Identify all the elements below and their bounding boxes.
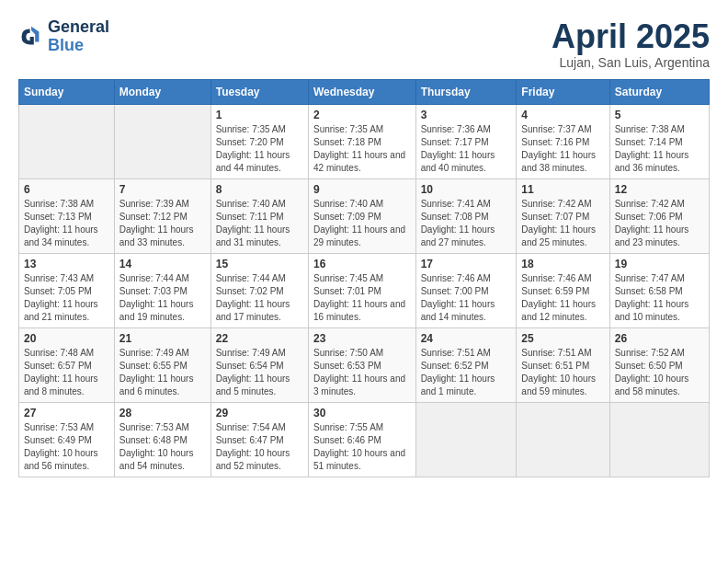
calendar-cell: 30 Sunrise: 7:55 AM Sunset: 6:46 PM Dayl… xyxy=(308,402,415,477)
sunrise-text: Sunrise: 7:42 AM xyxy=(521,198,604,211)
daylight-text: Daylight: 11 hours and 17 minutes. xyxy=(216,298,303,324)
calendar-week-row: 27 Sunrise: 7:53 AM Sunset: 6:49 PM Dayl… xyxy=(19,402,710,477)
day-number: 15 xyxy=(216,258,303,270)
sunset-text: Sunset: 7:16 PM xyxy=(521,136,604,149)
daylight-text: Daylight: 11 hours and 40 minutes. xyxy=(421,149,512,175)
sunset-text: Sunset: 6:59 PM xyxy=(521,285,604,298)
sunrise-text: Sunrise: 7:38 AM xyxy=(24,198,109,211)
calendar-cell xyxy=(517,402,609,477)
logo-icon xyxy=(18,24,44,50)
day-info: Sunrise: 7:52 AM Sunset: 6:50 PM Dayligh… xyxy=(615,347,704,398)
day-number: 10 xyxy=(421,183,512,196)
daylight-text: Daylight: 11 hours and 42 minutes. xyxy=(313,149,411,175)
day-number: 12 xyxy=(615,183,704,196)
sunrise-text: Sunrise: 7:40 AM xyxy=(216,198,303,211)
day-number: 19 xyxy=(615,258,704,270)
day-info: Sunrise: 7:38 AM Sunset: 7:13 PM Dayligh… xyxy=(24,198,109,249)
calendar-cell: 13 Sunrise: 7:43 AM Sunset: 7:05 PM Dayl… xyxy=(19,253,115,327)
sunrise-text: Sunrise: 7:35 AM xyxy=(313,123,411,136)
calendar-cell: 25 Sunrise: 7:51 AM Sunset: 6:51 PM Dayl… xyxy=(517,327,609,402)
sunrise-text: Sunrise: 7:46 AM xyxy=(421,272,512,285)
sunrise-text: Sunrise: 7:42 AM xyxy=(615,198,704,211)
sunrise-text: Sunrise: 7:51 AM xyxy=(521,347,604,360)
weekday-header-cell: Thursday xyxy=(415,79,517,104)
calendar-subtitle: Lujan, San Luis, Argentina xyxy=(552,55,710,70)
sunrise-text: Sunrise: 7:53 AM xyxy=(119,421,206,434)
calendar-cell: 4 Sunrise: 7:37 AM Sunset: 7:16 PM Dayli… xyxy=(517,104,609,178)
day-info: Sunrise: 7:44 AM Sunset: 7:02 PM Dayligh… xyxy=(216,272,303,324)
sunset-text: Sunset: 7:20 PM xyxy=(216,136,303,149)
calendar-cell: 18 Sunrise: 7:46 AM Sunset: 6:59 PM Dayl… xyxy=(517,253,609,327)
day-info: Sunrise: 7:51 AM Sunset: 6:52 PM Dayligh… xyxy=(421,347,512,398)
calendar-cell: 16 Sunrise: 7:45 AM Sunset: 7:01 PM Dayl… xyxy=(308,253,415,327)
sunset-text: Sunset: 7:12 PM xyxy=(119,211,206,224)
sunset-text: Sunset: 6:55 PM xyxy=(119,360,206,373)
logo: General Blue xyxy=(18,18,109,55)
day-number: 6 xyxy=(24,183,109,196)
calendar-cell: 28 Sunrise: 7:53 AM Sunset: 6:48 PM Dayl… xyxy=(114,402,210,477)
sunset-text: Sunset: 7:03 PM xyxy=(119,285,206,298)
calendar-table: SundayMondayTuesdayWednesdayThursdayFrid… xyxy=(18,79,710,477)
day-number: 20 xyxy=(24,332,109,345)
calendar-cell: 5 Sunrise: 7:38 AM Sunset: 7:14 PM Dayli… xyxy=(609,104,709,178)
day-info: Sunrise: 7:37 AM Sunset: 7:16 PM Dayligh… xyxy=(521,123,604,175)
daylight-text: Daylight: 11 hours and 3 minutes. xyxy=(313,373,411,398)
calendar-cell: 12 Sunrise: 7:42 AM Sunset: 7:06 PM Dayl… xyxy=(609,178,709,253)
day-number: 26 xyxy=(615,332,704,345)
calendar-header: SundayMondayTuesdayWednesdayThursdayFrid… xyxy=(19,79,710,104)
weekday-header-cell: Wednesday xyxy=(308,79,415,104)
calendar-cell: 20 Sunrise: 7:48 AM Sunset: 6:57 PM Dayl… xyxy=(19,327,115,402)
daylight-text: Daylight: 11 hours and 31 minutes. xyxy=(216,224,303,249)
daylight-text: Daylight: 11 hours and 1 minute. xyxy=(421,373,512,398)
sunset-text: Sunset: 6:46 PM xyxy=(313,434,411,447)
day-info: Sunrise: 7:50 AM Sunset: 6:53 PM Dayligh… xyxy=(313,347,411,398)
day-number: 21 xyxy=(119,332,206,345)
sunset-text: Sunset: 6:48 PM xyxy=(119,434,206,447)
sunset-text: Sunset: 7:07 PM xyxy=(521,211,604,224)
daylight-text: Daylight: 11 hours and 10 minutes. xyxy=(615,298,704,324)
weekday-header-cell: Friday xyxy=(517,79,609,104)
sunrise-text: Sunrise: 7:46 AM xyxy=(521,272,604,285)
sunrise-text: Sunrise: 7:51 AM xyxy=(421,347,512,360)
daylight-text: Daylight: 11 hours and 6 minutes. xyxy=(119,373,206,398)
daylight-text: Daylight: 10 hours and 54 minutes. xyxy=(119,447,206,473)
calendar-cell: 10 Sunrise: 7:41 AM Sunset: 7:08 PM Dayl… xyxy=(415,178,517,253)
weekday-header-cell: Tuesday xyxy=(210,79,308,104)
sunrise-text: Sunrise: 7:35 AM xyxy=(216,123,303,136)
sunrise-text: Sunrise: 7:44 AM xyxy=(119,272,206,285)
day-number: 2 xyxy=(313,109,411,121)
day-info: Sunrise: 7:53 AM Sunset: 6:49 PM Dayligh… xyxy=(24,421,109,473)
day-number: 13 xyxy=(24,258,109,270)
sunset-text: Sunset: 7:18 PM xyxy=(313,136,411,149)
day-number: 25 xyxy=(521,332,604,345)
daylight-text: Daylight: 10 hours and 51 minutes. xyxy=(313,447,411,473)
day-info: Sunrise: 7:35 AM Sunset: 7:18 PM Dayligh… xyxy=(313,123,411,175)
calendar-cell: 17 Sunrise: 7:46 AM Sunset: 7:00 PM Dayl… xyxy=(415,253,517,327)
day-info: Sunrise: 7:44 AM Sunset: 7:03 PM Dayligh… xyxy=(119,272,206,324)
calendar-cell: 24 Sunrise: 7:51 AM Sunset: 6:52 PM Dayl… xyxy=(415,327,517,402)
day-number: 1 xyxy=(216,109,303,121)
daylight-text: Daylight: 11 hours and 29 minutes. xyxy=(313,224,411,249)
day-info: Sunrise: 7:39 AM Sunset: 7:12 PM Dayligh… xyxy=(119,198,206,249)
sunrise-text: Sunrise: 7:47 AM xyxy=(615,272,704,285)
day-info: Sunrise: 7:49 AM Sunset: 6:54 PM Dayligh… xyxy=(216,347,303,398)
daylight-text: Daylight: 10 hours and 56 minutes. xyxy=(24,447,109,473)
day-info: Sunrise: 7:53 AM Sunset: 6:48 PM Dayligh… xyxy=(119,421,206,473)
title-block: April 2025 Lujan, San Luis, Argentina xyxy=(552,18,710,70)
sunrise-text: Sunrise: 7:54 AM xyxy=(216,421,303,434)
sunset-text: Sunset: 7:08 PM xyxy=(421,211,512,224)
calendar-week-row: 6 Sunrise: 7:38 AM Sunset: 7:13 PM Dayli… xyxy=(19,178,710,253)
calendar-cell: 22 Sunrise: 7:49 AM Sunset: 6:54 PM Dayl… xyxy=(210,327,308,402)
daylight-text: Daylight: 10 hours and 59 minutes. xyxy=(521,373,604,398)
day-number: 23 xyxy=(313,332,411,345)
calendar-cell: 21 Sunrise: 7:49 AM Sunset: 6:55 PM Dayl… xyxy=(114,327,210,402)
calendar-cell: 7 Sunrise: 7:39 AM Sunset: 7:12 PM Dayli… xyxy=(114,178,210,253)
sunrise-text: Sunrise: 7:36 AM xyxy=(421,123,512,136)
day-info: Sunrise: 7:43 AM Sunset: 7:05 PM Dayligh… xyxy=(24,272,109,324)
calendar-cell: 8 Sunrise: 7:40 AM Sunset: 7:11 PM Dayli… xyxy=(210,178,308,253)
calendar-cell: 23 Sunrise: 7:50 AM Sunset: 6:53 PM Dayl… xyxy=(308,327,415,402)
sunset-text: Sunset: 6:57 PM xyxy=(24,360,109,373)
day-number: 8 xyxy=(216,183,303,196)
daylight-text: Daylight: 11 hours and 12 minutes. xyxy=(521,298,604,324)
calendar-cell: 9 Sunrise: 7:40 AM Sunset: 7:09 PM Dayli… xyxy=(308,178,415,253)
